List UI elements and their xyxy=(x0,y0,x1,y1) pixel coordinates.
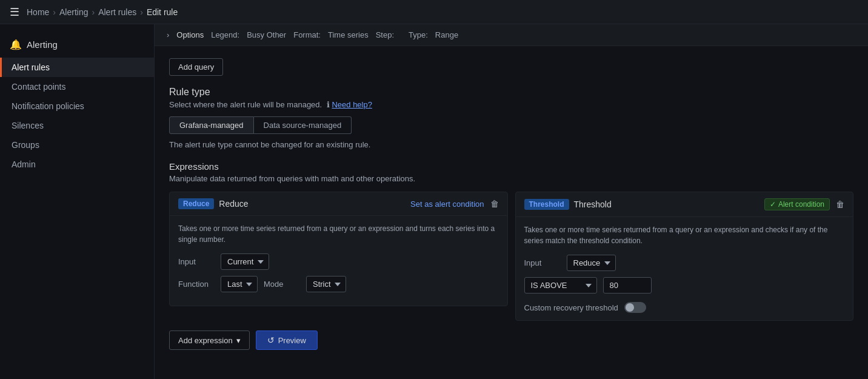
custom-recovery-toggle[interactable] xyxy=(624,302,646,313)
option-legend-key: Legend: xyxy=(211,30,239,39)
breadcrumb-home[interactable]: Home xyxy=(27,7,49,17)
sidebar-item-admin[interactable]: Admin xyxy=(0,155,154,174)
custom-recovery-row: Custom recovery threshold xyxy=(524,302,845,313)
threshold-description: Takes one or more time series returned f… xyxy=(524,224,845,246)
main-content: › Options Legend: Busy Other Format: Tim… xyxy=(155,24,868,379)
action-buttons: Add expression ▾ ↺ Preview xyxy=(169,330,853,350)
preview-label: Preview xyxy=(278,336,306,345)
options-bar: › Options Legend: Busy Other Format: Tim… xyxy=(155,24,868,46)
need-help-link[interactable]: Need help? xyxy=(332,100,372,109)
checkmark-icon: ✓ xyxy=(770,200,776,209)
sidebar-item-notification-policies[interactable]: Notification policies xyxy=(0,96,154,116)
expressions-subtitle: Manipulate data returned from queries wi… xyxy=(169,174,853,183)
reduce-mode-label: Mode xyxy=(264,280,300,289)
data-source-managed-button[interactable]: Data source-managed xyxy=(254,116,352,134)
delete-reduce-icon[interactable]: 🗑 xyxy=(490,199,499,209)
option-type-key: Type: xyxy=(409,30,428,39)
add-expression-button[interactable]: Add expression ▾ xyxy=(169,330,250,350)
reduce-badge: Reduce xyxy=(178,198,214,209)
reduce-input-label: Input xyxy=(178,257,215,266)
reduce-card-header: Reduce Reduce Set as alert condition 🗑 xyxy=(170,192,507,216)
alert-condition-badge: ✓ Alert condition xyxy=(764,198,830,210)
sidebar-item-groups[interactable]: Groups xyxy=(0,135,154,155)
reduce-input-row: Input Current xyxy=(178,253,499,270)
expression-cards: Reduce Reduce Set as alert condition 🗑 T… xyxy=(169,192,853,321)
sidebar: 🔔 Alerting Alert rules Contact points No… xyxy=(0,24,155,379)
rule-type-section: Rule type Select where the alert rule wi… xyxy=(169,87,853,149)
option-type-value: Range xyxy=(435,30,458,39)
threshold-card-header: Threshold Threshold ✓ Alert condition 🗑 xyxy=(516,192,853,217)
breadcrumb-alerting[interactable]: Alerting xyxy=(59,7,88,17)
reduce-input-select[interactable]: Current xyxy=(221,253,269,270)
threshold-input-row: Input Reduce xyxy=(524,255,845,271)
rule-type-note: The alert rule type cannot be changed fo… xyxy=(169,140,853,149)
add-expression-label: Add expression xyxy=(178,336,233,345)
threshold-value-input[interactable] xyxy=(603,277,652,293)
threshold-title: Threshold xyxy=(574,200,612,209)
threshold-condition-select[interactable]: IS ABOVE xyxy=(524,277,597,293)
sidebar-header: 🔔 Alerting xyxy=(0,34,154,58)
alert-condition-label: Alert condition xyxy=(778,200,824,209)
reduce-function-select[interactable]: Last xyxy=(221,276,258,292)
reduce-title: Reduce xyxy=(219,199,248,209)
threshold-input-label: Input xyxy=(524,258,561,267)
rule-type-buttons: Grafana-managed Data source-managed xyxy=(169,116,853,134)
chevron-down-icon: ▾ xyxy=(236,336,241,345)
options-toggle[interactable]: Options xyxy=(176,30,204,39)
rule-type-subtitle-text: Select where the alert rule will be mana… xyxy=(169,100,322,109)
option-legend-value: Busy Other xyxy=(247,30,286,39)
rule-type-title: Rule type xyxy=(169,87,853,98)
threshold-header-left: Threshold Threshold xyxy=(524,199,612,210)
option-format-value: Time series xyxy=(328,30,369,39)
reduce-card-body: Takes one or more time series returned f… xyxy=(170,216,507,306)
refresh-icon: ↺ xyxy=(267,335,275,345)
threshold-badge: Threshold xyxy=(524,199,569,210)
threshold-card: Threshold Threshold ✓ Alert condition 🗑 xyxy=(515,192,854,321)
reduce-function-label: Function xyxy=(178,280,215,289)
info-icon: ℹ xyxy=(327,100,330,109)
rule-type-subtitle: Select where the alert rule will be mana… xyxy=(169,100,853,109)
threshold-card-body: Takes one or more time series returned f… xyxy=(516,217,853,320)
expressions-section: Expressions Manipulate data returned fro… xyxy=(169,161,853,350)
sidebar-section-title: Alerting xyxy=(27,39,58,50)
add-query-button[interactable]: Add query xyxy=(169,58,223,76)
breadcrumb-sep-1: › xyxy=(53,7,56,17)
breadcrumb: Home › Alerting › Alert rules › Edit rul… xyxy=(27,7,178,17)
preview-button[interactable]: ↺ Preview xyxy=(256,330,318,350)
delete-threshold-icon[interactable]: 🗑 xyxy=(836,200,844,209)
sidebar-item-contact-points[interactable]: Contact points xyxy=(0,77,154,96)
reduce-card: Reduce Reduce Set as alert condition 🗑 T… xyxy=(169,192,508,306)
custom-recovery-label: Custom recovery threshold xyxy=(524,303,618,312)
reduce-header-right: Set as alert condition 🗑 xyxy=(410,199,498,209)
sidebar-item-silences[interactable]: Silences xyxy=(0,116,154,135)
breadcrumb-alert-rules[interactable]: Alert rules xyxy=(98,7,136,17)
set-alert-condition-link[interactable]: Set as alert condition xyxy=(410,200,484,209)
threshold-input-select[interactable]: Reduce xyxy=(567,255,616,271)
reduce-mode-select[interactable]: Strict xyxy=(306,276,346,292)
expressions-title: Expressions xyxy=(169,161,853,172)
breadcrumb-sep-2: › xyxy=(92,7,95,17)
option-step-key: Step: xyxy=(376,30,394,39)
grafana-managed-button[interactable]: Grafana-managed xyxy=(169,116,254,134)
bell-icon: 🔔 xyxy=(10,39,22,50)
breadcrumb-sep-3: › xyxy=(140,7,143,17)
threshold-condition-row: IS ABOVE xyxy=(524,277,845,293)
reduce-header-left: Reduce Reduce xyxy=(178,198,249,209)
sidebar-item-alert-rules[interactable]: Alert rules xyxy=(0,58,154,77)
reduce-description: Takes one or more time series returned f… xyxy=(178,223,499,245)
reduce-function-row: Function Last Mode Strict xyxy=(178,276,499,292)
chevron-right-icon: › xyxy=(167,30,169,39)
menu-icon[interactable]: ☰ xyxy=(10,5,19,19)
topbar: ☰ Home › Alerting › Alert rules › Edit r… xyxy=(0,0,868,24)
threshold-header-right: ✓ Alert condition 🗑 xyxy=(764,198,844,210)
option-format-key: Format: xyxy=(293,30,321,39)
breadcrumb-edit-rule: Edit rule xyxy=(147,7,178,17)
